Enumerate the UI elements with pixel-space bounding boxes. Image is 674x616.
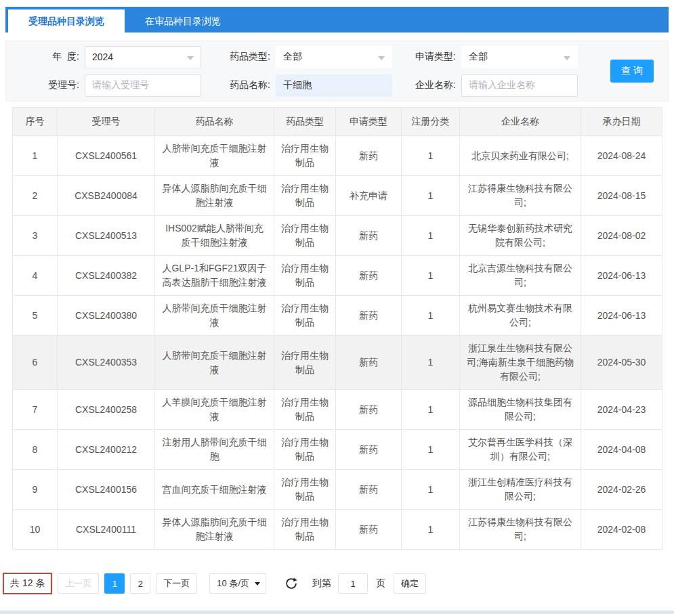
cell-drug-name: 人羊膜间充质干细胞注射液 [155, 390, 274, 430]
cell-drug-name: 注射用人脐带间充质干细胞 [155, 430, 274, 470]
cell-date: 2024-06-13 [581, 296, 662, 336]
cell-accept-no: CXSB2400084 [58, 176, 155, 216]
apply-type-select[interactable]: 全部 [461, 46, 578, 68]
cell-reg-class: 1 [402, 216, 460, 256]
cell-drug-type: 治疗用生物制品 [274, 136, 336, 176]
page-number-button[interactable]: 1 [104, 573, 125, 594]
next-page-button[interactable]: 下一页 [156, 573, 197, 594]
cell-accept-no: CXSL2400212 [58, 430, 155, 470]
cell-drug-type: 治疗用生物制品 [274, 390, 336, 430]
filter-panel: 年 度: 2024 药品类型: 全部 申请类型: 全部 受理号: [5, 41, 669, 102]
cell-drug-name: 人GLP-1和FGF21双因子高表达脂肪干细胞注射液 [155, 256, 274, 296]
cell-seq: 7 [13, 390, 58, 430]
cell-drug-name: 异体人源脂肪间充质干细胞注射液 [155, 176, 274, 216]
cell-seq: 6 [13, 336, 58, 390]
cell-company: 北京吉源生物科技有限公司; [460, 256, 581, 296]
cell-drug-name: 异体人源脂肪间充质干细胞注射液 [155, 510, 274, 550]
cell-apply-type: 新药 [336, 256, 402, 296]
cell-apply-type: 新药 [336, 510, 402, 550]
drug-name-input[interactable]: 干细胞 [276, 74, 392, 97]
cell-drug-type: 治疗用生物制品 [274, 296, 336, 336]
page-number-button[interactable]: 2 [130, 573, 150, 594]
cell-apply-type: 补充申请 [336, 176, 402, 216]
table-row: 10CXSL2400111异体人源脂肪间充质干细胞注射液治疗用生物制品新药1江苏… [13, 510, 662, 550]
pagination-bar: 共 12 条 上一页 12 下一页 10 条/页 到第 1 页 确定 [7, 573, 426, 594]
refresh-icon[interactable] [281, 573, 301, 594]
cell-accept-no: CXSL2400380 [58, 296, 155, 336]
cell-drug-name: 人脐带间充质干细胞注射液 [155, 336, 274, 390]
table-row: 6CXSL2400353人脐带间充质干细胞注射液治疗用生物制品新药1浙江泉生生物… [13, 336, 662, 390]
goto-page-unit: 页 [376, 577, 385, 590]
cell-drug-type: 治疗用生物制品 [274, 176, 336, 216]
page: 受理品种目录浏览 在审品种目录浏览 年 度: 2024 药品类型: 全部 申请类… [0, 0, 674, 616]
cell-date: 2024-08-24 [581, 136, 662, 176]
accept-no-label: 受理号: [30, 79, 79, 91]
cell-company: 浙江生创精准医疗科技有限公司; [460, 470, 581, 510]
cell-reg-class: 1 [402, 470, 460, 510]
cell-accept-no: CXSL2400513 [58, 216, 155, 256]
page-size-value: 10 条/页 [217, 577, 249, 590]
drug-type-label: 药品类型: [212, 51, 270, 63]
prev-page-button[interactable]: 上一页 [58, 573, 99, 594]
cell-accept-no: CXSL2400111 [58, 510, 155, 550]
column-header: 承办日期 [581, 108, 662, 136]
column-header: 药品类型 [274, 108, 336, 136]
drug-name-label: 药品名称: [212, 79, 270, 91]
cell-drug-name: 宫血间充质干细胞注射液 [155, 470, 274, 510]
cell-date: 2024-02-26 [581, 470, 662, 510]
cell-reg-class: 1 [402, 336, 460, 390]
column-header: 药品名称 [155, 108, 274, 136]
cell-apply-type: 新药 [336, 336, 402, 390]
column-header: 申请类型 [336, 108, 402, 136]
drug-type-select[interactable]: 全部 [276, 46, 392, 68]
cell-drug-type: 治疗用生物制品 [274, 336, 336, 390]
cell-drug-type: 治疗用生物制品 [274, 430, 336, 470]
table-header-row: 序号受理号药品名称药品类型申请类型注册分类企业名称承办日期 [13, 108, 662, 136]
cell-accept-no: CXSL2400382 [58, 256, 155, 296]
cell-drug-type: 治疗用生物制品 [274, 256, 336, 296]
cell-company: 艾尔普再生医学科技（深圳）有限公司; [460, 430, 581, 470]
company-input[interactable]: 请输入企业名称 [461, 74, 578, 97]
chevron-down-icon [378, 56, 385, 60]
total-count-annotated: 共 12 条 [3, 573, 52, 594]
cell-company: 源品细胞生物科技集团有限公司; [460, 390, 581, 430]
cell-accept-no: CXSL2400353 [58, 336, 155, 390]
table-row: 3CXSL2400513IHS002赋能人脐带间充质干细胞注射液治疗用生物制品新… [13, 216, 662, 256]
chevron-down-icon [564, 56, 570, 60]
cell-seq: 4 [13, 256, 58, 296]
year-label: 年 度: [30, 51, 79, 63]
cell-apply-type: 新药 [336, 430, 402, 470]
cell-date: 2024-04-23 [581, 390, 662, 430]
cell-seq: 3 [13, 216, 58, 256]
year-select[interactable]: 2024 [85, 46, 201, 68]
tab-accepted-catalog[interactable]: 受理品种目录浏览 [8, 9, 125, 32]
cell-company: 北京贝来药业有限公司; [460, 136, 581, 176]
accept-no-placeholder: 请输入受理号 [92, 79, 149, 91]
cell-reg-class: 1 [402, 136, 460, 176]
apply-type-value: 全部 [469, 51, 488, 63]
cell-reg-class: 1 [402, 510, 460, 550]
cell-apply-type: 新药 [336, 470, 402, 510]
table-row: 1CXSL2400561人脐带间充质干细胞注射液治疗用生物制品新药1北京贝来药业… [13, 136, 662, 176]
cell-drug-name: 人脐带间充质干细胞注射液 [155, 136, 274, 176]
cell-drug-type: 治疗用生物制品 [274, 216, 336, 256]
page-size-select[interactable]: 10 条/页 [209, 573, 266, 594]
apply-type-label: 申请类型: [403, 51, 456, 63]
accept-no-input[interactable]: 请输入受理号 [85, 74, 201, 97]
cell-seq: 9 [13, 470, 58, 510]
cell-reg-class: 1 [402, 390, 460, 430]
drug-name-value: 干细胞 [283, 79, 312, 91]
cell-reg-class: 1 [402, 256, 460, 296]
cell-accept-no: CXSL2400258 [58, 390, 155, 430]
chevron-down-icon [255, 582, 260, 586]
year-value: 2024 [92, 51, 113, 62]
goto-page-input[interactable]: 1 [338, 573, 368, 594]
cell-company: 无锡华泰创新药技术研究院有限公司; [460, 216, 581, 256]
cell-seq: 10 [13, 510, 58, 550]
tab-under-review-catalog[interactable]: 在审品种目录浏览 [125, 9, 241, 32]
cell-date: 2024-08-02 [581, 216, 662, 256]
search-button[interactable]: 查 询 [610, 60, 654, 83]
confirm-button[interactable]: 确定 [394, 573, 426, 594]
cell-accept-no: CXSL2400561 [58, 136, 155, 176]
company-placeholder: 请输入企业名称 [469, 79, 535, 91]
